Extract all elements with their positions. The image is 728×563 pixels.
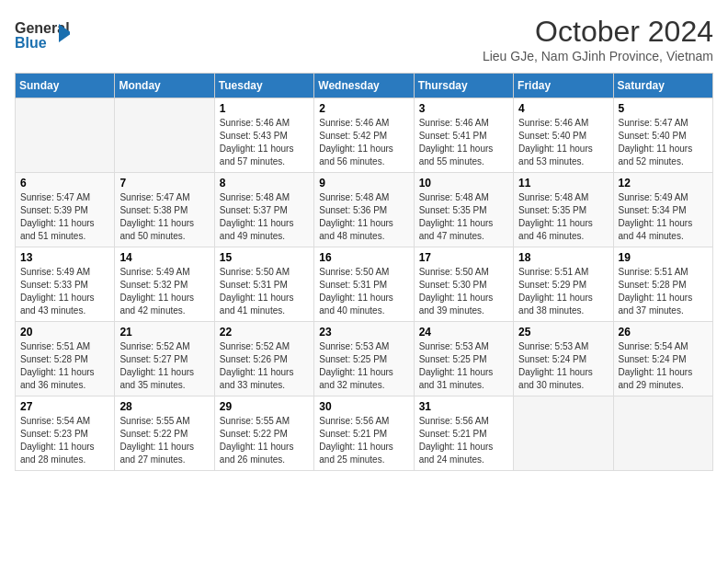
- weekday-header-row: SundayMondayTuesdayWednesdayThursdayFrid…: [16, 74, 713, 98]
- weekday-header-sunday: Sunday: [16, 74, 115, 98]
- calendar-cell: [613, 396, 712, 471]
- weekday-header-thursday: Thursday: [414, 74, 513, 98]
- day-info: Sunrise: 5:49 AM Sunset: 5:33 PM Dayligh…: [20, 266, 109, 317]
- calendar-cell: 17Sunrise: 5:50 AM Sunset: 5:30 PM Dayli…: [414, 247, 513, 322]
- day-number: 14: [119, 251, 209, 264]
- calendar-cell: 31Sunrise: 5:56 AM Sunset: 5:21 PM Dayli…: [414, 396, 513, 471]
- day-number: 4: [518, 102, 608, 115]
- day-info: Sunrise: 5:47 AM Sunset: 5:39 PM Dayligh…: [20, 191, 109, 243]
- weekday-header-friday: Friday: [514, 74, 613, 98]
- day-number: 31: [419, 400, 508, 413]
- calendar-cell: 16Sunrise: 5:50 AM Sunset: 5:31 PM Dayli…: [314, 247, 414, 322]
- calendar-cell: 10Sunrise: 5:48 AM Sunset: 5:35 PM Dayli…: [414, 173, 513, 247]
- day-number: 7: [119, 177, 209, 190]
- calendar-cell: 5Sunrise: 5:47 AM Sunset: 5:40 PM Daylig…: [613, 98, 712, 173]
- calendar-cell: 11Sunrise: 5:48 AM Sunset: 5:35 PM Dayli…: [514, 173, 613, 247]
- day-info: Sunrise: 5:46 AM Sunset: 5:40 PM Dayligh…: [518, 117, 608, 168]
- calendar-week-1: 1Sunrise: 5:46 AM Sunset: 5:43 PM Daylig…: [16, 98, 713, 173]
- day-info: Sunrise: 5:53 AM Sunset: 5:24 PM Dayligh…: [518, 340, 608, 392]
- day-number: 17: [419, 251, 508, 264]
- calendar-cell: 22Sunrise: 5:52 AM Sunset: 5:26 PM Dayli…: [214, 322, 313, 396]
- day-info: Sunrise: 5:51 AM Sunset: 5:29 PM Dayligh…: [518, 266, 608, 317]
- calendar-cell: 7Sunrise: 5:47 AM Sunset: 5:38 PM Daylig…: [115, 173, 214, 247]
- calendar-cell: 14Sunrise: 5:49 AM Sunset: 5:32 PM Dayli…: [115, 247, 214, 322]
- day-number: 29: [220, 400, 309, 413]
- month-title: October 2024: [483, 15, 713, 49]
- title-area: October 2024 Lieu GJe, Nam GJinh Provinc…: [483, 15, 713, 63]
- day-number: 30: [319, 400, 408, 413]
- calendar-cell: [115, 98, 214, 173]
- day-number: 18: [518, 251, 608, 264]
- day-info: Sunrise: 5:54 AM Sunset: 5:23 PM Dayligh…: [20, 415, 109, 466]
- day-info: Sunrise: 5:48 AM Sunset: 5:35 PM Dayligh…: [419, 191, 508, 243]
- day-info: Sunrise: 5:46 AM Sunset: 5:43 PM Dayligh…: [220, 117, 309, 168]
- day-info: Sunrise: 5:51 AM Sunset: 5:28 PM Dayligh…: [619, 266, 708, 317]
- day-number: 20: [20, 326, 109, 339]
- day-number: 26: [619, 326, 708, 339]
- day-number: 12: [619, 177, 708, 190]
- calendar-cell: 15Sunrise: 5:50 AM Sunset: 5:31 PM Dayli…: [214, 247, 313, 322]
- calendar-cell: 13Sunrise: 5:49 AM Sunset: 5:33 PM Dayli…: [16, 247, 115, 322]
- calendar-cell: 20Sunrise: 5:51 AM Sunset: 5:28 PM Dayli…: [16, 322, 115, 396]
- day-info: Sunrise: 5:47 AM Sunset: 5:40 PM Dayligh…: [619, 117, 708, 168]
- calendar-cell: 8Sunrise: 5:48 AM Sunset: 5:37 PM Daylig…: [214, 173, 313, 247]
- day-info: Sunrise: 5:55 AM Sunset: 5:22 PM Dayligh…: [119, 415, 209, 466]
- day-info: Sunrise: 5:46 AM Sunset: 5:42 PM Dayligh…: [319, 117, 408, 168]
- day-info: Sunrise: 5:46 AM Sunset: 5:41 PM Dayligh…: [419, 117, 508, 168]
- day-number: 19: [619, 251, 708, 264]
- calendar-cell: 19Sunrise: 5:51 AM Sunset: 5:28 PM Dayli…: [613, 247, 712, 322]
- logo-icon: General Blue: [15, 15, 70, 55]
- day-info: Sunrise: 5:56 AM Sunset: 5:21 PM Dayligh…: [419, 415, 508, 466]
- day-info: Sunrise: 5:53 AM Sunset: 5:25 PM Dayligh…: [419, 340, 508, 392]
- calendar-cell: 30Sunrise: 5:56 AM Sunset: 5:21 PM Dayli…: [314, 396, 414, 471]
- day-number: 13: [20, 251, 109, 264]
- day-number: 11: [518, 177, 608, 190]
- calendar-cell: 28Sunrise: 5:55 AM Sunset: 5:22 PM Dayli…: [115, 396, 214, 471]
- calendar-week-5: 27Sunrise: 5:54 AM Sunset: 5:23 PM Dayli…: [16, 396, 713, 471]
- calendar-cell: 9Sunrise: 5:48 AM Sunset: 5:36 PM Daylig…: [314, 173, 414, 247]
- calendar-cell: 26Sunrise: 5:54 AM Sunset: 5:24 PM Dayli…: [613, 322, 712, 396]
- calendar-cell: 4Sunrise: 5:46 AM Sunset: 5:40 PM Daylig…: [514, 98, 613, 173]
- day-info: Sunrise: 5:48 AM Sunset: 5:35 PM Dayligh…: [518, 191, 608, 243]
- calendar-cell: 1Sunrise: 5:46 AM Sunset: 5:43 PM Daylig…: [214, 98, 313, 173]
- day-info: Sunrise: 5:52 AM Sunset: 5:26 PM Dayligh…: [220, 340, 309, 392]
- day-number: 23: [319, 326, 408, 339]
- day-number: 28: [119, 400, 209, 413]
- day-info: Sunrise: 5:49 AM Sunset: 5:34 PM Dayligh…: [619, 191, 708, 243]
- day-number: 10: [419, 177, 508, 190]
- day-info: Sunrise: 5:50 AM Sunset: 5:30 PM Dayligh…: [419, 266, 508, 317]
- day-number: 3: [419, 102, 508, 115]
- logo: General Blue: [15, 15, 72, 55]
- calendar-cell: 2Sunrise: 5:46 AM Sunset: 5:42 PM Daylig…: [314, 98, 414, 173]
- day-info: Sunrise: 5:47 AM Sunset: 5:38 PM Dayligh…: [119, 191, 209, 243]
- calendar-cell: 12Sunrise: 5:49 AM Sunset: 5:34 PM Dayli…: [613, 173, 712, 247]
- location-subtitle: Lieu GJe, Nam GJinh Province, Vietnam: [483, 49, 713, 63]
- weekday-header-tuesday: Tuesday: [214, 74, 313, 98]
- day-info: Sunrise: 5:48 AM Sunset: 5:37 PM Dayligh…: [220, 191, 309, 243]
- day-info: Sunrise: 5:53 AM Sunset: 5:25 PM Dayligh…: [319, 340, 408, 392]
- day-info: Sunrise: 5:52 AM Sunset: 5:27 PM Dayligh…: [119, 340, 209, 392]
- calendar-cell: 29Sunrise: 5:55 AM Sunset: 5:22 PM Dayli…: [214, 396, 313, 471]
- day-info: Sunrise: 5:48 AM Sunset: 5:36 PM Dayligh…: [319, 191, 408, 243]
- day-number: 5: [619, 102, 708, 115]
- day-info: Sunrise: 5:51 AM Sunset: 5:28 PM Dayligh…: [20, 340, 109, 392]
- calendar-cell: [514, 396, 613, 471]
- day-number: 1: [220, 102, 309, 115]
- calendar-cell: 25Sunrise: 5:53 AM Sunset: 5:24 PM Dayli…: [514, 322, 613, 396]
- calendar-week-2: 6Sunrise: 5:47 AM Sunset: 5:39 PM Daylig…: [16, 173, 713, 247]
- calendar-table: SundayMondayTuesdayWednesdayThursdayFrid…: [15, 73, 713, 471]
- day-info: Sunrise: 5:50 AM Sunset: 5:31 PM Dayligh…: [319, 266, 408, 317]
- calendar-cell: 6Sunrise: 5:47 AM Sunset: 5:39 PM Daylig…: [16, 173, 115, 247]
- calendar-cell: 18Sunrise: 5:51 AM Sunset: 5:29 PM Dayli…: [514, 247, 613, 322]
- weekday-header-wednesday: Wednesday: [314, 74, 414, 98]
- day-info: Sunrise: 5:50 AM Sunset: 5:31 PM Dayligh…: [220, 266, 309, 317]
- weekday-header-saturday: Saturday: [613, 74, 712, 98]
- calendar-cell: 3Sunrise: 5:46 AM Sunset: 5:41 PM Daylig…: [414, 98, 513, 173]
- calendar-cell: 27Sunrise: 5:54 AM Sunset: 5:23 PM Dayli…: [16, 396, 115, 471]
- svg-text:Blue: Blue: [15, 35, 47, 51]
- page-header: General Blue October 2024 Lieu GJe, Nam …: [15, 15, 713, 63]
- day-number: 8: [220, 177, 309, 190]
- calendar-cell: 24Sunrise: 5:53 AM Sunset: 5:25 PM Dayli…: [414, 322, 513, 396]
- day-number: 16: [319, 251, 408, 264]
- day-info: Sunrise: 5:56 AM Sunset: 5:21 PM Dayligh…: [319, 415, 408, 466]
